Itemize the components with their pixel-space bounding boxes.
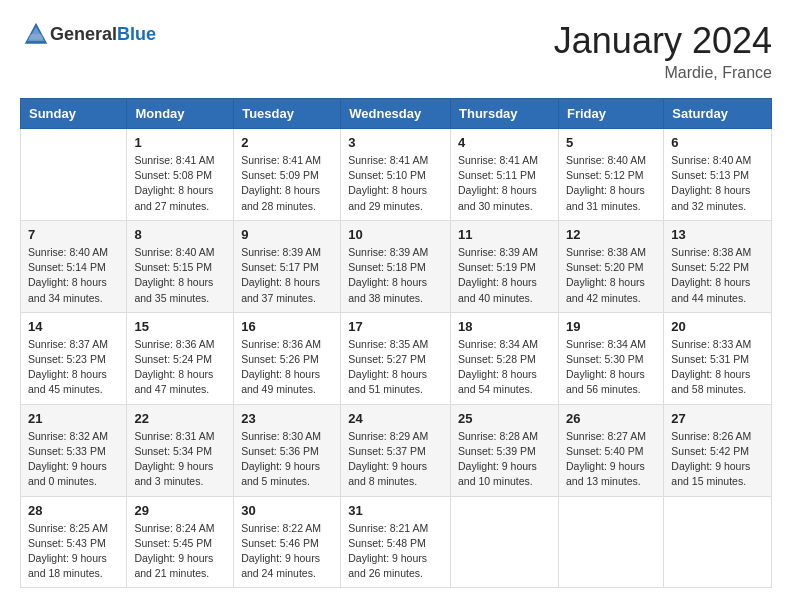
day-info: Sunrise: 8:36 AMSunset: 5:26 PMDaylight:…	[241, 337, 333, 398]
calendar-cell: 6Sunrise: 8:40 AMSunset: 5:13 PMDaylight…	[664, 129, 772, 221]
calendar-cell: 22Sunrise: 8:31 AMSunset: 5:34 PMDayligh…	[127, 404, 234, 496]
day-info: Sunrise: 8:33 AMSunset: 5:31 PMDaylight:…	[671, 337, 764, 398]
day-number: 1	[134, 135, 226, 150]
col-header-saturday: Saturday	[664, 99, 772, 129]
day-number: 14	[28, 319, 119, 334]
calendar-cell: 25Sunrise: 8:28 AMSunset: 5:39 PMDayligh…	[451, 404, 559, 496]
calendar-cell: 30Sunrise: 8:22 AMSunset: 5:46 PMDayligh…	[234, 496, 341, 588]
day-number: 5	[566, 135, 656, 150]
day-number: 10	[348, 227, 443, 242]
day-number: 21	[28, 411, 119, 426]
logo-icon	[22, 20, 50, 48]
day-info: Sunrise: 8:40 AMSunset: 5:13 PMDaylight:…	[671, 153, 764, 214]
calendar-row: 14Sunrise: 8:37 AMSunset: 5:23 PMDayligh…	[21, 312, 772, 404]
calendar-cell	[558, 496, 663, 588]
day-info: Sunrise: 8:41 AMSunset: 5:09 PMDaylight:…	[241, 153, 333, 214]
day-number: 4	[458, 135, 551, 150]
calendar-cell: 4Sunrise: 8:41 AMSunset: 5:11 PMDaylight…	[451, 129, 559, 221]
calendar-cell: 31Sunrise: 8:21 AMSunset: 5:48 PMDayligh…	[341, 496, 451, 588]
day-number: 27	[671, 411, 764, 426]
day-info: Sunrise: 8:35 AMSunset: 5:27 PMDaylight:…	[348, 337, 443, 398]
day-number: 20	[671, 319, 764, 334]
day-info: Sunrise: 8:39 AMSunset: 5:17 PMDaylight:…	[241, 245, 333, 306]
calendar-table: SundayMondayTuesdayWednesdayThursdayFrid…	[20, 98, 772, 588]
col-header-thursday: Thursday	[451, 99, 559, 129]
day-info: Sunrise: 8:39 AMSunset: 5:19 PMDaylight:…	[458, 245, 551, 306]
day-info: Sunrise: 8:40 AMSunset: 5:12 PMDaylight:…	[566, 153, 656, 214]
day-info: Sunrise: 8:29 AMSunset: 5:37 PMDaylight:…	[348, 429, 443, 490]
calendar-cell: 10Sunrise: 8:39 AMSunset: 5:18 PMDayligh…	[341, 220, 451, 312]
calendar-cell: 2Sunrise: 8:41 AMSunset: 5:09 PMDaylight…	[234, 129, 341, 221]
calendar-cell: 15Sunrise: 8:36 AMSunset: 5:24 PMDayligh…	[127, 312, 234, 404]
calendar-cell	[664, 496, 772, 588]
day-number: 18	[458, 319, 551, 334]
location-title: Mardie, France	[554, 64, 772, 82]
col-header-sunday: Sunday	[21, 99, 127, 129]
day-info: Sunrise: 8:38 AMSunset: 5:20 PMDaylight:…	[566, 245, 656, 306]
day-info: Sunrise: 8:25 AMSunset: 5:43 PMDaylight:…	[28, 521, 119, 582]
logo-text: GeneralBlue	[50, 24, 156, 45]
calendar-cell: 24Sunrise: 8:29 AMSunset: 5:37 PMDayligh…	[341, 404, 451, 496]
day-info: Sunrise: 8:40 AMSunset: 5:14 PMDaylight:…	[28, 245, 119, 306]
calendar-row: 1Sunrise: 8:41 AMSunset: 5:08 PMDaylight…	[21, 129, 772, 221]
calendar-cell: 21Sunrise: 8:32 AMSunset: 5:33 PMDayligh…	[21, 404, 127, 496]
calendar-cell: 17Sunrise: 8:35 AMSunset: 5:27 PMDayligh…	[341, 312, 451, 404]
day-number: 31	[348, 503, 443, 518]
day-info: Sunrise: 8:38 AMSunset: 5:22 PMDaylight:…	[671, 245, 764, 306]
day-number: 13	[671, 227, 764, 242]
calendar-cell	[21, 129, 127, 221]
day-info: Sunrise: 8:34 AMSunset: 5:30 PMDaylight:…	[566, 337, 656, 398]
day-number: 23	[241, 411, 333, 426]
calendar-cell: 14Sunrise: 8:37 AMSunset: 5:23 PMDayligh…	[21, 312, 127, 404]
calendar-cell: 11Sunrise: 8:39 AMSunset: 5:19 PMDayligh…	[451, 220, 559, 312]
calendar-cell: 28Sunrise: 8:25 AMSunset: 5:43 PMDayligh…	[21, 496, 127, 588]
calendar-cell: 1Sunrise: 8:41 AMSunset: 5:08 PMDaylight…	[127, 129, 234, 221]
day-info: Sunrise: 8:24 AMSunset: 5:45 PMDaylight:…	[134, 521, 226, 582]
calendar-row: 7Sunrise: 8:40 AMSunset: 5:14 PMDaylight…	[21, 220, 772, 312]
calendar-cell: 7Sunrise: 8:40 AMSunset: 5:14 PMDaylight…	[21, 220, 127, 312]
calendar-cell: 3Sunrise: 8:41 AMSunset: 5:10 PMDaylight…	[341, 129, 451, 221]
calendar-cell: 26Sunrise: 8:27 AMSunset: 5:40 PMDayligh…	[558, 404, 663, 496]
calendar-cell: 20Sunrise: 8:33 AMSunset: 5:31 PMDayligh…	[664, 312, 772, 404]
day-number: 29	[134, 503, 226, 518]
day-number: 3	[348, 135, 443, 150]
day-info: Sunrise: 8:32 AMSunset: 5:33 PMDaylight:…	[28, 429, 119, 490]
day-info: Sunrise: 8:30 AMSunset: 5:36 PMDaylight:…	[241, 429, 333, 490]
day-number: 9	[241, 227, 333, 242]
calendar-cell: 8Sunrise: 8:40 AMSunset: 5:15 PMDaylight…	[127, 220, 234, 312]
col-header-tuesday: Tuesday	[234, 99, 341, 129]
day-number: 7	[28, 227, 119, 242]
day-number: 8	[134, 227, 226, 242]
calendar-cell	[451, 496, 559, 588]
calendar-cell: 23Sunrise: 8:30 AMSunset: 5:36 PMDayligh…	[234, 404, 341, 496]
day-info: Sunrise: 8:22 AMSunset: 5:46 PMDaylight:…	[241, 521, 333, 582]
calendar-cell: 27Sunrise: 8:26 AMSunset: 5:42 PMDayligh…	[664, 404, 772, 496]
day-info: Sunrise: 8:41 AMSunset: 5:10 PMDaylight:…	[348, 153, 443, 214]
day-number: 12	[566, 227, 656, 242]
day-info: Sunrise: 8:40 AMSunset: 5:15 PMDaylight:…	[134, 245, 226, 306]
day-info: Sunrise: 8:39 AMSunset: 5:18 PMDaylight:…	[348, 245, 443, 306]
day-info: Sunrise: 8:31 AMSunset: 5:34 PMDaylight:…	[134, 429, 226, 490]
day-number: 26	[566, 411, 656, 426]
day-number: 30	[241, 503, 333, 518]
calendar-cell: 9Sunrise: 8:39 AMSunset: 5:17 PMDaylight…	[234, 220, 341, 312]
col-header-friday: Friday	[558, 99, 663, 129]
day-info: Sunrise: 8:41 AMSunset: 5:11 PMDaylight:…	[458, 153, 551, 214]
calendar-row: 21Sunrise: 8:32 AMSunset: 5:33 PMDayligh…	[21, 404, 772, 496]
logo-general: General	[50, 24, 117, 44]
day-info: Sunrise: 8:27 AMSunset: 5:40 PMDaylight:…	[566, 429, 656, 490]
day-number: 16	[241, 319, 333, 334]
calendar-cell: 19Sunrise: 8:34 AMSunset: 5:30 PMDayligh…	[558, 312, 663, 404]
day-info: Sunrise: 8:26 AMSunset: 5:42 PMDaylight:…	[671, 429, 764, 490]
day-number: 28	[28, 503, 119, 518]
col-header-monday: Monday	[127, 99, 234, 129]
day-number: 25	[458, 411, 551, 426]
calendar-cell: 5Sunrise: 8:40 AMSunset: 5:12 PMDaylight…	[558, 129, 663, 221]
day-info: Sunrise: 8:41 AMSunset: 5:08 PMDaylight:…	[134, 153, 226, 214]
day-headers: SundayMondayTuesdayWednesdayThursdayFrid…	[21, 99, 772, 129]
logo-blue: Blue	[117, 24, 156, 44]
calendar-cell: 16Sunrise: 8:36 AMSunset: 5:26 PMDayligh…	[234, 312, 341, 404]
day-number: 24	[348, 411, 443, 426]
logo: GeneralBlue	[20, 20, 156, 48]
day-info: Sunrise: 8:34 AMSunset: 5:28 PMDaylight:…	[458, 337, 551, 398]
